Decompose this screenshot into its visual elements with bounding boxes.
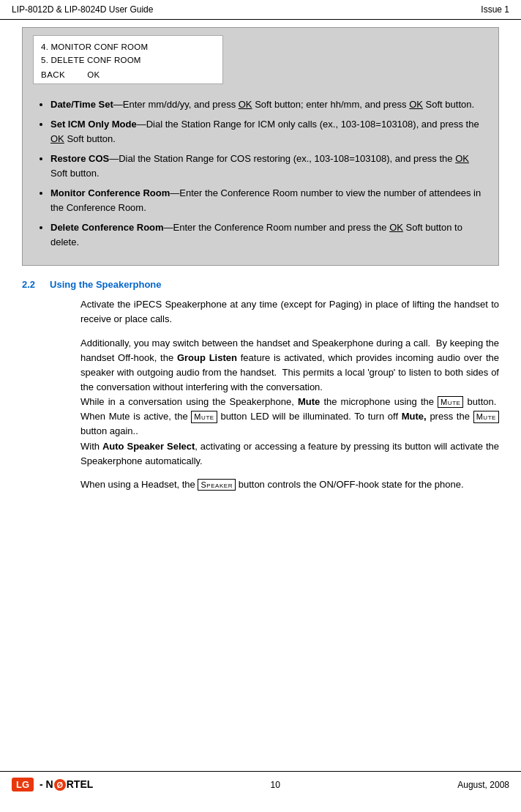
- bold-group-listen: Group Listen: [177, 352, 237, 363]
- nav-ok: OK: [87, 70, 100, 79]
- menu-table: 4. MONITOR CONF ROOM 5. DELETE CONF ROOM…: [33, 35, 223, 84]
- page-footer: LG - NØRTEL 10 August, 2008: [0, 771, 521, 797]
- ok-underline-5: OK: [389, 222, 403, 233]
- term-icm: Set ICM Only Mode: [50, 119, 137, 130]
- nortel-logo: - NØRTEL: [40, 778, 93, 791]
- content-area: 4. MONITOR CONF ROOM 5. DELETE CONF ROOM…: [0, 20, 521, 515]
- menu-item-1: 4. MONITOR CONF ROOM: [41, 40, 215, 53]
- term-cos: Restore COS: [50, 153, 109, 164]
- bold-mute: Mute: [298, 396, 320, 407]
- ok-underline: OK: [239, 99, 252, 110]
- bold-mute-2: Mute,: [402, 411, 427, 422]
- body-text: Activate the iPECS Speakerphone at any t…: [80, 297, 499, 492]
- menu-nav: BACK OK: [41, 70, 215, 79]
- para-3: When using a Headset, the Speaker button…: [80, 477, 499, 492]
- bullet-list: Date/Time Set—Enter mm/dd/yy, and press …: [33, 97, 488, 250]
- section-title: Using the Speakerphone: [50, 279, 161, 290]
- footer-page-number: 10: [271, 780, 280, 790]
- list-item: Set ICM Only Mode—Dial the Station Range…: [50, 117, 488, 146]
- ok-underline-2: OK: [409, 99, 423, 110]
- list-item: Monitor Conference Room—Enter the Confer…: [50, 186, 488, 215]
- list-item: Date/Time Set—Enter mm/dd/yy, and press …: [50, 97, 488, 112]
- section-number: 2.2: [22, 279, 35, 290]
- footer-logo: LG - NØRTEL: [12, 778, 93, 791]
- ok-underline-4: OK: [455, 153, 469, 164]
- mute-button-1: Mute: [438, 396, 463, 408]
- header-left: LIP-8012D & LIP-8024D User Guide: [12, 4, 153, 15]
- term-delete: Delete Conference Room: [50, 222, 164, 233]
- page-header: LIP-8012D & LIP-8024D User Guide Issue 1: [0, 0, 521, 20]
- footer-date: August, 2008: [457, 780, 509, 790]
- nav-back: BACK: [41, 70, 65, 79]
- list-item: Restore COS—Dial the Station Range for C…: [50, 152, 488, 180]
- ok-underline-3: OK: [50, 133, 64, 144]
- gray-box: 4. MONITOR CONF ROOM 5. DELETE CONF ROOM…: [22, 27, 499, 266]
- para-1: Activate the iPECS Speakerphone at any t…: [80, 297, 499, 327]
- mute-button-3: Mute: [473, 411, 499, 422]
- list-item: Delete Conference Room—Enter the Confere…: [50, 220, 488, 249]
- section-heading: 2.2 Using the Speakerphone: [22, 279, 499, 290]
- term-datetime: Date/Time Set: [50, 99, 113, 110]
- n-circle: Ø: [54, 779, 66, 791]
- lg-logo: LG: [12, 778, 34, 791]
- header-right: Issue 1: [481, 4, 509, 15]
- speaker-button: Speaker: [198, 479, 236, 491]
- menu-item-2: 5. DELETE CONF ROOM: [41, 53, 215, 67]
- bold-auto-speaker: Auto Speaker Select: [102, 441, 195, 452]
- mute-button-2: Mute: [191, 411, 217, 422]
- para-2: Additionally, you may switch between the…: [80, 336, 499, 469]
- term-monitor: Monitor Conference Room: [50, 187, 170, 198]
